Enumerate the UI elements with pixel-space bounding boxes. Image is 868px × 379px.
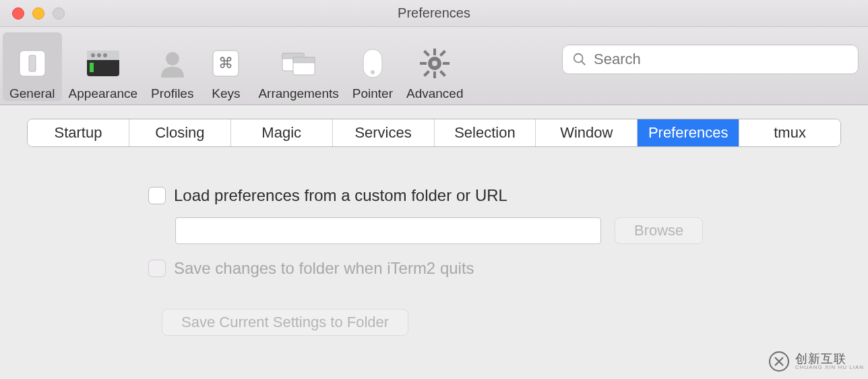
svg-rect-1 bbox=[29, 55, 36, 71]
toolbar-item-appearance[interactable]: Appearance bbox=[62, 32, 144, 101]
tab-preferences[interactable]: Preferences bbox=[638, 119, 739, 146]
svg-rect-7 bbox=[90, 63, 94, 72]
svg-point-8 bbox=[166, 52, 179, 65]
svg-point-4 bbox=[91, 53, 95, 57]
toolbar-item-general[interactable]: General bbox=[3, 32, 62, 101]
svg-point-16 bbox=[371, 70, 375, 74]
keys-icon: ⌘ bbox=[207, 45, 245, 82]
tab-window[interactable]: Window bbox=[536, 119, 638, 146]
toolbar-label: Keys bbox=[212, 86, 240, 101]
search-input[interactable] bbox=[594, 51, 848, 68]
content: Startup Closing Magic Services Selection… bbox=[0, 105, 868, 379]
svg-rect-23 bbox=[439, 70, 446, 77]
save-on-quit-row: Save changes to folder when iTerm2 quits bbox=[148, 259, 841, 278]
folder-path-input[interactable] bbox=[175, 217, 601, 244]
watermark-logo-icon bbox=[768, 351, 790, 372]
tab-strip: Startup Closing Magic Services Selection… bbox=[27, 119, 841, 147]
toolbar-label: Appearance bbox=[69, 86, 137, 101]
toolbar-label: Arrangements bbox=[258, 86, 338, 101]
toolbar-label: General bbox=[9, 86, 55, 101]
svg-point-5 bbox=[97, 53, 101, 57]
svg-point-27 bbox=[574, 54, 583, 63]
svg-rect-19 bbox=[433, 71, 436, 78]
save-current-button: Save Current Settings to Folder bbox=[162, 309, 408, 336]
tab-selection[interactable]: Selection bbox=[435, 119, 536, 146]
save-current-row: Save Current Settings to Folder bbox=[148, 309, 841, 336]
save-on-quit-checkbox bbox=[148, 260, 166, 277]
toolbar-item-pointer[interactable]: Pointer bbox=[346, 32, 400, 101]
tab-magic[interactable]: Magic bbox=[231, 119, 333, 146]
svg-rect-18 bbox=[433, 49, 436, 55]
toolbar-label: Profiles bbox=[151, 86, 193, 101]
search-icon bbox=[572, 52, 587, 67]
load-custom-checkbox[interactable] bbox=[148, 187, 166, 204]
zoom-icon bbox=[53, 7, 65, 20]
tab-closing[interactable]: Closing bbox=[129, 119, 231, 146]
svg-text:⌘: ⌘ bbox=[218, 55, 233, 71]
svg-rect-24 bbox=[439, 50, 446, 57]
svg-line-28 bbox=[582, 61, 586, 65]
traffic-lights bbox=[12, 7, 65, 20]
arrangements-icon bbox=[280, 45, 317, 82]
toolbar-item-keys[interactable]: ⌘ Keys bbox=[200, 32, 251, 101]
watermark-en: CHUANG XIN HU LIAN bbox=[795, 365, 864, 370]
svg-rect-21 bbox=[443, 62, 450, 65]
toolbar-item-arrangements[interactable]: Arrangements bbox=[251, 32, 345, 101]
watermark-cn: 创新互联 bbox=[795, 353, 864, 365]
window-title: Preferences bbox=[398, 5, 470, 21]
svg-point-26 bbox=[432, 61, 437, 66]
close-icon[interactable] bbox=[12, 7, 24, 20]
load-custom-row: Load preferences from a custom folder or… bbox=[148, 186, 841, 205]
gear-icon bbox=[416, 45, 454, 82]
general-icon bbox=[13, 45, 51, 82]
toolbar: General Appearance Profiles ⌘ Keys Arran… bbox=[0, 27, 868, 105]
svg-rect-22 bbox=[423, 50, 430, 57]
svg-point-6 bbox=[103, 53, 107, 57]
toolbar-item-advanced[interactable]: Advanced bbox=[400, 32, 470, 101]
pointer-icon bbox=[354, 45, 392, 82]
svg-rect-20 bbox=[420, 62, 427, 65]
save-on-quit-label: Save changes to folder when iTerm2 quits bbox=[174, 259, 474, 278]
search-field[interactable] bbox=[562, 45, 859, 74]
folder-path-row: Browse bbox=[175, 217, 841, 244]
svg-rect-14 bbox=[293, 57, 315, 63]
toolbar-label: Advanced bbox=[406, 86, 464, 101]
toolbar-label: Pointer bbox=[352, 86, 393, 101]
tab-startup[interactable]: Startup bbox=[28, 119, 129, 146]
profiles-icon bbox=[154, 45, 191, 82]
watermark: 创新互联 CHUANG XIN HU LIAN bbox=[768, 351, 864, 372]
browse-button[interactable]: Browse bbox=[615, 217, 703, 244]
tab-tmux[interactable]: tmux bbox=[739, 119, 840, 146]
load-custom-label: Load preferences from a custom folder or… bbox=[174, 186, 507, 205]
tab-services[interactable]: Services bbox=[333, 119, 435, 146]
appearance-icon bbox=[84, 45, 122, 82]
svg-rect-25 bbox=[423, 70, 430, 77]
titlebar: Preferences bbox=[0, 0, 868, 27]
toolbar-item-profiles[interactable]: Profiles bbox=[144, 32, 200, 101]
minimize-icon[interactable] bbox=[32, 7, 44, 20]
preferences-panel: Load preferences from a custom folder or… bbox=[27, 147, 841, 366]
